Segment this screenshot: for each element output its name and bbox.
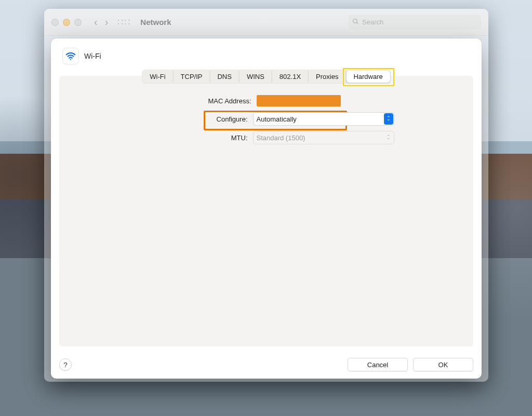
search-field[interactable]: Search <box>348 15 481 30</box>
tab-wins[interactable]: WINS <box>240 71 272 83</box>
tab-dns[interactable]: DNS <box>210 71 239 83</box>
sheet-footer: ? Cancel OK <box>59 358 473 371</box>
back-icon[interactable]: ‹ <box>94 16 98 28</box>
configure-label: Configure: <box>139 115 248 123</box>
mtu-select: Standard (1500) <box>253 131 394 144</box>
select-stepper-icon <box>384 132 393 143</box>
search-icon <box>352 18 359 26</box>
minimize-dot[interactable] <box>63 19 70 26</box>
sheet-body: Wi-Fi TCP/IP DNS WINS 802.1X Proxies Har… <box>59 76 473 346</box>
mac-address-value <box>257 95 391 107</box>
row-mac-address: MAC Address: <box>142 95 391 107</box>
show-all-icon[interactable]: ∷∷ <box>117 17 131 28</box>
hardware-form: MAC Address: Configure: Automatically MT… <box>59 95 473 144</box>
tab-hardware[interactable]: Hardware <box>346 71 390 83</box>
sheet-title: Wi-Fi <box>84 52 101 60</box>
configure-value: Automatically <box>257 115 297 123</box>
window-title: Network <box>140 18 171 26</box>
svg-point-0 <box>353 19 357 23</box>
tab-8021x[interactable]: 802.1X <box>272 71 309 83</box>
tab-wifi[interactable]: Wi-Fi <box>142 71 173 83</box>
configure-select[interactable]: Automatically <box>253 112 394 126</box>
cancel-button[interactable]: Cancel <box>348 358 408 371</box>
mac-address-label: MAC Address: <box>142 97 251 105</box>
tab-proxies[interactable]: Proxies <box>309 71 346 83</box>
svg-line-1 <box>356 22 358 24</box>
row-configure: Configure: Automatically <box>139 112 394 126</box>
mtu-label: MTU: <box>139 134 248 142</box>
svg-point-2 <box>70 59 71 60</box>
row-mtu: MTU: Standard (1500) <box>139 131 394 144</box>
window-toolbar: ‹ › ∷∷ Network Search <box>44 9 488 36</box>
desktop-wallpaper: ‹ › ∷∷ Network Search <box>0 0 532 416</box>
wifi-icon <box>62 48 79 64</box>
zoom-dot[interactable] <box>74 19 82 26</box>
close-dot[interactable] <box>51 19 59 26</box>
help-button[interactable]: ? <box>59 358 72 371</box>
select-stepper-icon[interactable] <box>384 113 393 125</box>
search-placeholder: Search <box>362 18 383 26</box>
ok-button[interactable]: OK <box>413 358 473 371</box>
forward-icon[interactable]: › <box>105 16 109 28</box>
traffic-lights[interactable] <box>51 19 82 26</box>
tab-tcpip[interactable]: TCP/IP <box>174 71 210 83</box>
mac-address-redaction <box>257 95 341 106</box>
wifi-settings-sheet: Wi-Fi Wi-Fi TCP/IP DNS WINS 802.1X Proxi… <box>51 38 482 379</box>
mtu-value: Standard (1500) <box>257 134 305 142</box>
tab-bar: Wi-Fi TCP/IP DNS WINS 802.1X Proxies Har… <box>141 70 391 84</box>
